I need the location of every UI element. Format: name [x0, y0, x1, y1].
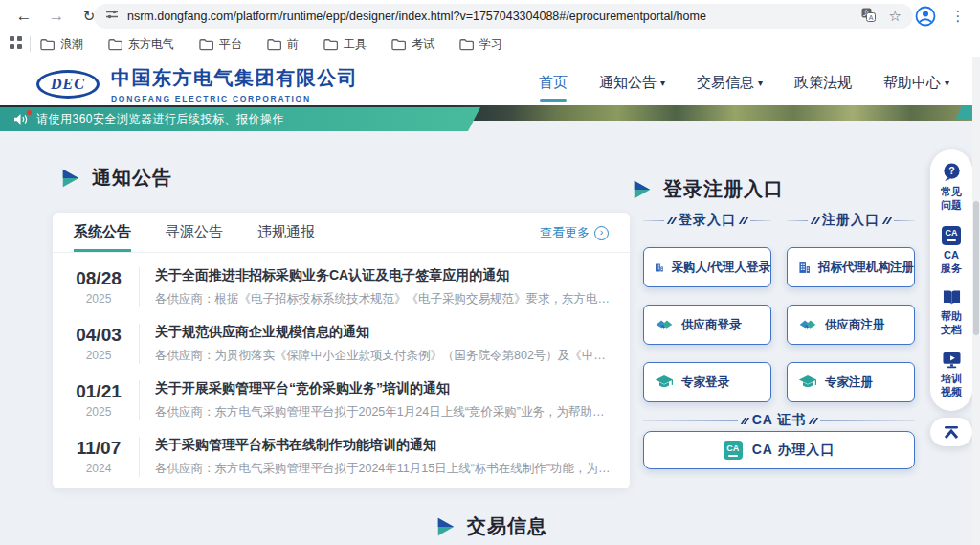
notice-card: 系统公告 寻源公告 违规通报 查看更多 › 08/28 2025 关于全面推进非…	[53, 213, 630, 488]
sidebar-item-faq[interactable]: ? 常见问题	[937, 162, 966, 213]
notice-row[interactable]: 08/28 2025 关于全面推进非招标采购业务CA认证及电子签章应用的通知 各…	[53, 259, 630, 315]
trade-section-heading: 交易信息	[435, 513, 547, 539]
section-arrow-icon	[632, 179, 653, 200]
notice-desc: 各供应商：根据《电子招标投标系统技术规范》《电子采购交易规范》要求，东方电气采购…	[155, 291, 612, 307]
back-icon[interactable]: ←	[11, 4, 36, 29]
scrollbar-thumb[interactable]	[973, 201, 979, 335]
bookmark-folder[interactable]: 学习	[459, 36, 502, 53]
entry-labels-row: 登录入口 注册入口	[643, 212, 915, 229]
nav-trade-info[interactable]: 交易信息	[697, 74, 763, 92]
register-entry-label: 注册入口	[787, 212, 915, 229]
building-icon	[655, 260, 664, 276]
login-entry-label: 登录入口	[643, 212, 771, 229]
quick-access-sidebar: ? 常见问题 CA CA服务 帮助文档 培训视频	[930, 149, 972, 411]
main-nav: 首页 通知公告 交易信息 政策法规 帮助中心	[539, 71, 949, 94]
bookmark-folder[interactable]: 考试	[391, 36, 434, 53]
video-monitor-icon	[942, 351, 962, 369]
notice-title[interactable]: 关于全面推进非招标采购业务CA认证及电子签章应用的通知	[155, 267, 612, 284]
nav-policies[interactable]: 政策法规	[794, 74, 852, 92]
browser-menu-icon[interactable]: ⋮	[947, 4, 969, 29]
notice-tabs: 系统公告 寻源公告 违规通报 查看更多 ›	[53, 213, 630, 253]
bidding-agency-register-button[interactable]: 招标代理机构注册	[787, 247, 915, 287]
bookmark-star-icon[interactable]: ☆	[889, 8, 902, 25]
handshake-icon	[798, 318, 817, 332]
notice-section-heading: 通知公告	[60, 165, 172, 191]
ca-card-icon: CA	[942, 226, 961, 245]
notice-date: 04/03 2025	[64, 325, 133, 362]
nav-help-center[interactable]: 帮助中心	[883, 74, 949, 92]
notice-date: 01/21 2025	[64, 381, 133, 419]
supplier-login-button[interactable]: 供应商登录	[643, 305, 771, 345]
announcement-text: 请使用360安全浏览器进行后续投标、报价操作	[36, 111, 284, 127]
bookmark-folder[interactable]: 前	[267, 36, 299, 53]
ca-apply-button[interactable]: CA CA 办理入口	[643, 431, 915, 469]
ca-cert-label-row: CA 证书	[643, 412, 915, 429]
tab-system-notices[interactable]: 系统公告	[74, 223, 131, 252]
divider	[139, 267, 140, 307]
notice-desc: 各供应商：东方电气采购管理平台拟于2025年1月24日上线“竞价采购”业务，为帮…	[155, 404, 612, 420]
site-info-icon[interactable]	[105, 8, 119, 25]
bookmark-folder[interactable]: 浪潮	[40, 36, 83, 53]
handshake-icon	[655, 318, 674, 332]
company-name-cn: 中国东方电气集团有限公司	[111, 65, 358, 91]
login-button-grid: 采购人/代理人登录 招标代理机构注册 供应商登录 供应商注册	[643, 247, 915, 402]
notice-list: 08/28 2025 关于全面推进非招标采购业务CA认证及电子签章应用的通知 各…	[53, 259, 630, 485]
bookmark-folder[interactable]: 东方电气	[108, 36, 174, 53]
notice-row[interactable]: 01/21 2025 关于开展采购管理平台“竞价采购业务”培训的通知 各供应商：…	[53, 372, 630, 428]
bookmarks-bar: 浪潮 东方电气 平台 前 工具 考试 学习	[0, 32, 980, 57]
notice-row[interactable]: 04/03 2025 关于规范供应商企业规模信息的通知 各供应商：为贯彻落实《保…	[53, 315, 630, 372]
login-section-heading: 登录注册入口	[632, 176, 784, 202]
address-bar[interactable]: nsrm.dongfang.com/platform/runtime/epp/d…	[94, 4, 913, 29]
ca-badge-icon: CA	[724, 441, 743, 460]
speaker-icon	[13, 113, 28, 125]
divider	[139, 324, 140, 364]
book-icon	[942, 288, 962, 307]
dec-logo[interactable]: DEC	[36, 70, 100, 99]
back-to-top-button[interactable]	[930, 418, 972, 446]
expert-login-button[interactable]: 专家登录	[643, 362, 771, 402]
divider	[139, 437, 140, 477]
sidebar-item-help-docs[interactable]: 帮助文档	[937, 288, 966, 337]
building-icon	[798, 260, 811, 276]
login-section-title: 登录注册入口	[663, 176, 784, 202]
notice-title[interactable]: 关于采购管理平台标书在线制作功能培训的通知	[155, 437, 612, 454]
notice-section-title: 通知公告	[92, 165, 172, 191]
graduation-cap-icon	[655, 375, 674, 390]
notice-date: 08/28 2025	[64, 268, 133, 306]
svg-text:?: ?	[948, 165, 954, 176]
buyer-agent-login-button[interactable]: 采购人/代理人登录	[643, 247, 771, 287]
notice-title[interactable]: 关于规范供应商企业规模信息的通知	[155, 324, 612, 341]
sidebar-item-training-videos[interactable]: 培训视频	[937, 351, 966, 399]
screen: ← → ↻ nsrm.dongfang.com/platform/runtime…	[0, 0, 980, 545]
url-text[interactable]: nsrm.dongfang.com/platform/runtime/epp/d…	[127, 10, 861, 23]
view-more-link[interactable]: 查看更多 ›	[540, 224, 609, 252]
notice-row[interactable]: 11/07 2024 关于采购管理平台标书在线制作功能培训的通知 各供应商：东方…	[53, 428, 630, 485]
chevron-right-icon: ›	[594, 226, 609, 240]
bookmarks-divider	[30, 36, 31, 52]
svg-text:A: A	[868, 13, 873, 20]
section-arrow-icon	[435, 516, 457, 537]
company-name: 中国东方电气集团有限公司 DONGFANG ELECTRIC CORPORATI…	[111, 65, 358, 103]
expert-register-button[interactable]: 专家注册	[787, 362, 915, 402]
forward-icon[interactable]: →	[44, 4, 69, 29]
notice-desc: 各供应商：为贯彻落实《保障中小企业款项支付条例》（国务院令第802号）及《中小企…	[155, 348, 612, 364]
bookmark-folder[interactable]: 工具	[323, 36, 367, 53]
translate-icon[interactable]: 文 A	[861, 8, 876, 26]
question-bubble-icon: ?	[942, 162, 962, 182]
nav-notices[interactable]: 通知公告	[599, 74, 665, 92]
notification-dot	[27, 110, 32, 115]
notice-title[interactable]: 关于开展采购管理平台“竞价采购业务”培训的通知	[155, 380, 612, 397]
apps-grid-icon[interactable]	[10, 35, 22, 53]
scrollbar-track[interactable]	[972, 57, 980, 545]
tab-sourcing-notices[interactable]: 寻源公告	[166, 223, 223, 252]
trade-section-title: 交易信息	[467, 513, 547, 539]
site-header: DEC 中国东方电气集团有限公司 DONGFANG ELECTRIC CORPO…	[0, 57, 980, 107]
tab-violation-reports[interactable]: 违规通报	[257, 223, 315, 252]
nav-home[interactable]: 首页	[539, 74, 568, 92]
announcement-banner: 请使用360安全浏览器进行后续投标、报价操作	[0, 107, 480, 131]
supplier-register-button[interactable]: 供应商注册	[787, 305, 915, 345]
notice-date: 11/07 2024	[64, 438, 133, 475]
bookmark-folder[interactable]: 平台	[199, 36, 242, 53]
sidebar-item-ca-service[interactable]: CA CA服务	[937, 226, 966, 276]
profile-avatar[interactable]	[913, 4, 938, 29]
